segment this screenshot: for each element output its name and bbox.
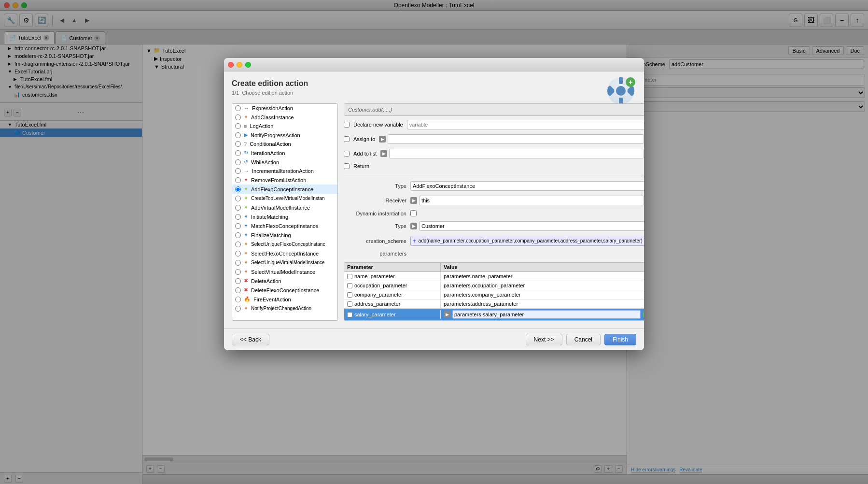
dynamic-inst-checkbox[interactable]: [410, 210, 417, 216]
action-icon-addclass: ✦: [244, 114, 248, 120]
action-label-fireevent: FireEventAction: [253, 297, 291, 302]
return-checkbox[interactable]: [344, 163, 350, 169]
action-item-addclass[interactable]: ✦ AddClassInstance: [232, 113, 337, 122]
action-item-selectvirtual[interactable]: ✦ SelectVirtualModelInstance: [232, 267, 337, 276]
param-salary-arrow[interactable]: ▶: [444, 311, 450, 318]
action-icon-iteration: ↻: [244, 150, 248, 156]
finish-button[interactable]: Finish: [604, 334, 636, 345]
modal-title: Create edition action: [232, 79, 636, 88]
modal-min-btn[interactable]: [237, 62, 242, 68]
config-header: Customer.add(,...,): [344, 103, 644, 116]
param-salary-check: ✓: [643, 311, 644, 318]
params-header: Parameter Value: [344, 263, 644, 272]
action-item-addflex[interactable]: ✦ AddFlexoConceptInstance: [232, 185, 337, 194]
action-radio-expression[interactable]: [235, 105, 241, 111]
param-cb-address[interactable]: [347, 301, 352, 307]
declare-var-checkbox[interactable]: [344, 122, 350, 128]
action-radio-initiate[interactable]: [235, 214, 241, 220]
add-to-list-checkbox[interactable]: [344, 151, 350, 157]
action-item-log[interactable]: ≡ LogAction: [232, 122, 337, 130]
action-radio-selectuniquevirtual[interactable]: [235, 260, 241, 266]
action-icon-selectunique: ✦: [244, 241, 248, 247]
param-cb-salary[interactable]: [347, 312, 352, 317]
action-radio-log[interactable]: [235, 123, 241, 129]
action-item-incremental[interactable]: → IncrementalIterationAction: [232, 167, 337, 175]
action-icon-selectflex: ✦: [244, 250, 248, 256]
param-value-company: parameters.company_parameter: [441, 290, 644, 299]
action-item-expression[interactable]: ↔ ExpressionAction: [232, 104, 337, 113]
action-icon-createtop: ✦: [244, 195, 248, 201]
action-radio-addvirtual[interactable]: [235, 205, 241, 211]
action-item-while[interactable]: ↺ WhileAction: [232, 157, 337, 167]
action-radio-selectflex[interactable]: [235, 251, 241, 256]
action-item-selectunique[interactable]: ✦ SelectUniqueFlexoConceptInstanc: [232, 240, 337, 249]
add-to-list-arrow[interactable]: ▶: [380, 150, 387, 157]
action-radio-iteration[interactable]: [235, 150, 241, 156]
action-item-matchflex[interactable]: ✦ MatchFlexoConceptInstance: [232, 221, 337, 230]
modal-max-btn[interactable]: [245, 62, 251, 68]
action-radio-remove[interactable]: [235, 177, 241, 183]
action-item-initiate[interactable]: ✦ InitiateMatching: [232, 212, 337, 221]
assign-to-arrow[interactable]: ▶: [379, 136, 386, 142]
param-cell-address: address_parameter: [344, 299, 441, 308]
action-radio-createtop[interactable]: [235, 196, 241, 201]
param-cb-name[interactable]: [347, 274, 352, 279]
add-to-list-row: Add to list ▶ !: [344, 148, 644, 159]
param-cb-occupation[interactable]: [347, 283, 352, 288]
action-label-notifyproject: NotifyProjectChangedAction: [251, 306, 311, 311]
action-item-selectuniquevirtual[interactable]: ✦ SelectUniqueVirtualModelInstance: [232, 258, 337, 267]
action-item-notify[interactable]: ▶ NotifyProgressAction: [232, 130, 337, 140]
action-label-addvirtual: AddVirtualModelInstance: [251, 205, 310, 211]
receiver-input[interactable]: [419, 196, 644, 205]
action-item-conditional[interactable]: ? ConditionalAction: [232, 140, 337, 148]
action-label-log: LogAction: [250, 123, 273, 129]
next-button[interactable]: Next >>: [526, 334, 562, 345]
action-radio-incremental[interactable]: [235, 168, 241, 174]
action-item-delete[interactable]: ✖ DeleteAction: [232, 276, 337, 285]
action-item-notifyproject[interactable]: ✦ NotifyProjectChangedAction: [232, 304, 337, 313]
param-cb-company[interactable]: [347, 292, 352, 298]
action-item-iteration[interactable]: ↻ IterationAction: [232, 148, 337, 157]
type-arrow-2[interactable]: ▶: [410, 223, 417, 229]
action-radio-fireevent[interactable]: [235, 297, 241, 302]
param-salary-input[interactable]: [452, 310, 641, 319]
receiver-row: Receiver ▶ ✓: [344, 195, 644, 206]
action-icon-conditional: ?: [244, 141, 247, 147]
action-icon-addflex: ✦: [244, 186, 248, 192]
cancel-button[interactable]: Cancel: [566, 334, 601, 345]
action-radio-deleteflex[interactable]: [235, 287, 241, 293]
action-item-deleteflex[interactable]: ✖ DeleteFlexoConceptInstance: [232, 285, 337, 295]
modal-body: + Create edition action 1/1 Choose editi…: [224, 71, 644, 328]
action-item-addvirtual[interactable]: ✦ AddVirtualModelInstance: [232, 203, 337, 212]
action-radio-while[interactable]: [235, 159, 241, 165]
action-radio-selectunique[interactable]: [235, 242, 241, 247]
action-radio-addclass[interactable]: [235, 114, 241, 120]
action-item-remove[interactable]: ✦ RemoveFromListAction: [232, 175, 337, 185]
param-name-label: name_parameter: [354, 273, 395, 279]
action-item-fireevent[interactable]: 🔥 FireEventAction: [232, 295, 337, 304]
action-item-selectflex[interactable]: ✦ SelectFlexoConceptInstance: [232, 249, 337, 258]
action-item-createtop[interactable]: ✦ CreateTopLevelVirtualModelInstan: [232, 194, 337, 203]
action-radio-matchflex[interactable]: [235, 223, 241, 229]
action-item-finalize[interactable]: ✦ FinalizeMatching: [232, 230, 337, 240]
declare-var-input[interactable]: [407, 120, 644, 129]
action-radio-finalize[interactable]: [235, 232, 241, 238]
action-radio-notifyproject[interactable]: [235, 306, 241, 312]
modal-close-btn[interactable]: [228, 62, 234, 68]
param-row-address: address_parameter parameters.address_par…: [344, 299, 644, 309]
action-radio-delete[interactable]: [235, 278, 241, 284]
action-radio-selectvirtual[interactable]: [235, 269, 241, 275]
assign-to-input[interactable]: [388, 134, 644, 144]
type-input-1[interactable]: [410, 181, 644, 191]
action-radio-conditional[interactable]: [235, 141, 241, 147]
action-radio-notify[interactable]: [235, 132, 241, 138]
add-to-list-input[interactable]: [389, 149, 644, 158]
creation-scheme-field: + add(name_parameter,occupation_paramete…: [410, 236, 644, 246]
action-radio-addflex[interactable]: [235, 186, 241, 192]
receiver-label: Receiver: [344, 198, 406, 203]
assign-to-checkbox[interactable]: [344, 136, 350, 142]
receiver-arrow[interactable]: ▶: [410, 197, 417, 204]
config-panel: Customer.add(,...,) Declare new variable…: [344, 103, 644, 321]
type-input-2[interactable]: [419, 221, 644, 231]
back-button[interactable]: << Back: [232, 334, 269, 345]
